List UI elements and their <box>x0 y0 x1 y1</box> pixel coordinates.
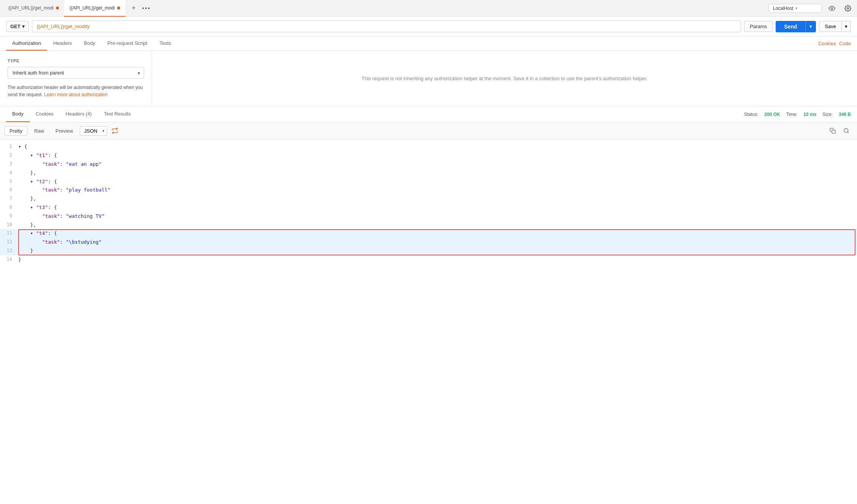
preview-button[interactable]: Preview <box>51 127 78 135</box>
add-tab-button[interactable]: + <box>129 3 139 14</box>
format-toolbar: Pretty Raw Preview JSON Text HTML XML <box>0 122 857 139</box>
resp-tab-cookies[interactable]: Cookies <box>30 106 60 122</box>
url-input[interactable] <box>32 21 741 32</box>
code-line-2: 2 ▾ "t1": { <box>0 151 857 160</box>
save-dropdown-chevron-icon: ▾ <box>845 24 847 29</box>
auth-type-select-wrapper: Inherit auth from parent No Auth Bearer … <box>8 67 144 79</box>
line-number-2: 2 <box>0 152 18 159</box>
req-tab-right-links: Cookies Code <box>818 41 851 46</box>
line-number-7: 7 <box>0 195 18 202</box>
auth-info-text: This request is not inheriting any autho… <box>362 76 648 81</box>
auth-type-select[interactable]: Inherit auth from parent No Auth Bearer … <box>8 67 144 79</box>
line-number-9: 9 <box>0 212 18 220</box>
line-content-3: "task": "eat an app" <box>18 160 857 168</box>
line-content-1: ▾ { <box>18 143 857 151</box>
line-number-6: 6 <box>0 186 18 193</box>
code-line-13: 13 } <box>0 247 857 255</box>
svg-line-4 <box>847 132 849 133</box>
line-number-12: 12 <box>0 238 18 246</box>
code-line-1: 1 ▾ { <box>0 143 857 151</box>
save-button[interactable]: Save <box>819 21 842 32</box>
auth-learn-more-link[interactable]: Learn more about authorization <box>44 92 108 97</box>
save-dropdown-button[interactable]: ▾ <box>842 21 851 32</box>
environment-selector[interactable]: LocalHost ▾ <box>769 4 822 13</box>
more-tabs-button[interactable]: ••• <box>142 5 151 12</box>
code-line-11: 11 ▾ "t4": { <box>0 229 857 238</box>
tab-pre-request-script[interactable]: Pre-request Script <box>102 36 154 51</box>
response-header: Body Cookies Headers (4) Test Results St… <box>0 106 857 122</box>
line-number-5: 5 <box>0 178 18 185</box>
resp-tab-body[interactable]: Body <box>6 106 30 122</box>
params-button[interactable]: Params <box>744 21 773 32</box>
cookies-link[interactable]: Cookies <box>818 41 836 46</box>
resp-tab-test-results[interactable]: Test Results <box>98 106 137 122</box>
svg-point-3 <box>844 128 848 133</box>
line-number-4: 4 <box>0 169 18 176</box>
tab-2[interactable]: {{API_URL}}/get_modi <box>64 0 125 17</box>
raw-button[interactable]: Raw <box>30 127 49 135</box>
line-content-14: } <box>18 256 857 264</box>
resp-tab-headers[interactable]: Headers (4) <box>60 106 98 122</box>
request-tabs: Authorization Headers Body Pre-request S… <box>0 36 857 51</box>
status-label: Status: <box>744 112 758 117</box>
line-number-1: 1 <box>0 143 18 150</box>
highlighted-block: 11 ▾ "t4": { 12 "task": "\bstudying" 13 … <box>0 229 857 255</box>
line-number-11: 11 <box>0 230 18 237</box>
size-label: Size: <box>822 112 833 117</box>
search-icon-button[interactable] <box>840 125 852 137</box>
code-line-7: 7 }, <box>0 195 857 203</box>
save-button-group: Save ▾ <box>819 21 851 32</box>
auth-right-panel: This request is not inheriting any autho… <box>152 51 857 106</box>
line-content-10: }, <box>18 221 857 229</box>
auth-description: The authorization header will be automat… <box>8 84 144 98</box>
line-number-3: 3 <box>0 160 18 168</box>
svg-point-1 <box>847 7 849 9</box>
wrap-lines-icon-button[interactable] <box>110 125 120 136</box>
tab-body[interactable]: Body <box>78 36 102 51</box>
send-button-group: Send ▾ <box>776 21 816 32</box>
line-content-8: ▾ "t3": { <box>18 204 857 212</box>
tab-1[interactable]: {{API_URL}}/get_modi <box>3 0 64 17</box>
code-line-12: 12 "task": "\bstudying" <box>0 238 857 247</box>
copy-icon-button[interactable] <box>827 125 839 137</box>
line-content-9: "task": "watching TV" <box>18 212 857 220</box>
line-number-13: 13 <box>0 247 18 254</box>
svg-point-0 <box>831 7 833 9</box>
tab-headers[interactable]: Headers <box>47 36 78 51</box>
line-content-4: }, <box>18 169 857 177</box>
response-status-bar: Status: 200 OK Time: 10 ms Size: 346 B <box>744 112 851 117</box>
eye-icon <box>828 5 835 12</box>
env-label: LocalHost <box>773 6 793 11</box>
status-value: 200 OK <box>764 112 780 117</box>
code-link[interactable]: Code <box>839 41 851 46</box>
json-format-selector-wrapper: JSON Text HTML XML <box>80 126 107 136</box>
tab-authorization[interactable]: Authorization <box>6 36 47 51</box>
gear-icon <box>844 5 851 12</box>
method-chevron-icon: ▾ <box>22 24 25 29</box>
tab-1-label: {{API_URL}}/get_modi <box>8 5 54 11</box>
tab-2-label: {{API_URL}}/get_modi <box>70 5 115 11</box>
settings-icon-button[interactable] <box>842 2 854 14</box>
request-bar: GET ▾ Params Send ▾ Save ▾ <box>0 17 857 36</box>
tab-bar: {{API_URL}}/get_modi {{API_URL}}/get_mod… <box>0 0 857 17</box>
code-line-3: 3 "task": "eat an app" <box>0 160 857 169</box>
send-dropdown-chevron-icon: ▾ <box>809 24 812 29</box>
pretty-button[interactable]: Pretty <box>5 126 27 136</box>
line-content-11: ▾ "t4": { <box>18 230 857 238</box>
line-content-13: } <box>18 247 857 255</box>
time-label: Time: <box>786 112 798 117</box>
tab-actions: + ••• <box>129 3 151 14</box>
send-button[interactable]: Send <box>776 21 805 32</box>
method-selector[interactable]: GET ▾ <box>6 21 29 32</box>
send-dropdown-button[interactable]: ▾ <box>805 21 816 32</box>
line-content-12: "task": "\bstudying" <box>18 238 857 246</box>
tab-1-dot <box>56 6 59 10</box>
json-format-select[interactable]: JSON Text HTML XML <box>80 126 107 136</box>
tab-tests[interactable]: Tests <box>153 36 177 51</box>
eye-icon-button[interactable] <box>826 2 838 14</box>
auth-left-panel: TYPE Inherit auth from parent No Auth Be… <box>0 51 152 106</box>
line-content-5: ▾ "t2": { <box>18 178 857 186</box>
code-line-4: 4 }, <box>0 169 857 178</box>
line-content-7: }, <box>18 195 857 203</box>
line-content-2: ▾ "t1": { <box>18 152 857 160</box>
